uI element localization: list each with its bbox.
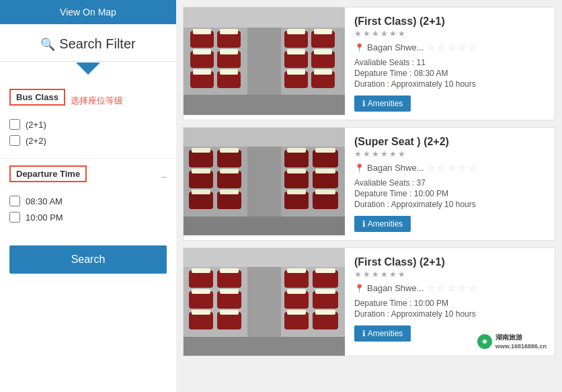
bus-stars-1: ★★★★★★ [354, 149, 545, 159]
watermark: 湖南旅游www.16816886.cn [473, 331, 551, 352]
svg-rect-55 [315, 190, 335, 194]
svg-rect-75 [220, 289, 239, 294]
svg-rect-48 [192, 190, 210, 194]
svg-rect-59 [247, 267, 281, 337]
svg-rect-45 [220, 148, 239, 153]
bus-class-option-1[interactable]: (2+2) [9, 135, 167, 146]
bus-departure-2: Depature Time : 10:00 PM [354, 299, 545, 308]
bus-star-rating-0: ☆ ☆ ☆ ☆ ☆ [427, 42, 477, 52]
svg-rect-23 [314, 29, 332, 34]
view-on-map-button[interactable]: View On Map [0, 0, 176, 24]
bus-location-0: 📍 Bagan Shwe... ☆ ☆ ☆ ☆ ☆ [354, 42, 545, 52]
location-icon-1: 📍 [354, 163, 364, 173]
bus-duration-1: Duration : Approximately 10 hours [354, 200, 545, 209]
svg-rect-72 [192, 268, 210, 273]
search-icon: 🔍 [40, 37, 55, 52]
bus-results: (First Class) (2+1) ★★★★★★ 📍 Bagan Shwe.… [176, 0, 562, 392]
bus-image-1 [184, 128, 345, 235]
svg-rect-58 [184, 337, 345, 356]
departure-time-checkbox-0[interactable] [9, 196, 20, 206]
location-icon-0: 📍 [354, 43, 364, 52]
svg-point-85 [483, 340, 487, 344]
bus-departure-1: Depature Time : 10:00 PM [354, 189, 545, 198]
search-filter-header: 🔍 Search Filter [0, 24, 176, 62]
svg-rect-1 [184, 7, 345, 28]
svg-rect-47 [220, 169, 239, 173]
svg-rect-50 [287, 148, 306, 153]
bus-card-2: (First Class) (2+1) ★★★★★★ 📍 Bagan Shwe.… [183, 247, 555, 356]
svg-rect-52 [287, 169, 306, 173]
svg-rect-82 [287, 310, 306, 315]
watermark-logo-icon [477, 334, 493, 350]
svg-rect-30 [184, 217, 345, 235]
bus-class-label: Bus Class [9, 89, 65, 106]
bus-location-text-1: Bagan Shwe... [367, 163, 424, 173]
bus-info-0: (First Class) (2+1) ★★★★★★ 📍 Bagan Shwe.… [345, 7, 555, 120]
bus-title-0: (First Class) (2+1) [354, 15, 545, 28]
bus-star-rating-1: ☆ ☆ ☆ ☆ ☆ [427, 163, 477, 173]
location-icon-2: 📍 [354, 284, 364, 293]
svg-rect-21 [220, 69, 238, 75]
bus-class-checkbox-0[interactable] [9, 119, 20, 130]
svg-rect-17 [220, 29, 238, 34]
bus-image-2 [184, 248, 345, 356]
departure-time-label: Departure Time [9, 165, 87, 182]
sidebar: View On Map 🔍 Search Filter Bus Class 选择… [0, 0, 176, 392]
svg-rect-22 [287, 29, 305, 34]
amenities-button-1[interactable]: ℹ Amenities [354, 216, 411, 232]
bus-title-1: (Super Seat ) (2+2) [354, 136, 545, 148]
bus-class-option-label-0: (2+1) [26, 120, 46, 130]
amenities-button-2[interactable]: ℹ Amenities [354, 325, 411, 342]
svg-rect-3 [247, 28, 281, 95]
svg-rect-31 [247, 147, 281, 217]
bus-class-section: Bus Class 选择座位等级 (2+1) (2+2) [0, 82, 176, 158]
svg-rect-53 [315, 169, 335, 173]
bus-duration-0: Duration : Approximately 10 hours [354, 79, 545, 89]
svg-rect-2 [184, 95, 345, 115]
svg-rect-73 [220, 268, 239, 273]
bus-info-1: (Super Seat ) (2+2) ★★★★★★ 📍 Bagan Shwe.… [345, 128, 555, 240]
amenities-button-0[interactable]: ℹ Amenities [354, 95, 411, 112]
svg-rect-44 [192, 148, 210, 153]
bus-title-2: (First Class) (2+1) [354, 256, 545, 268]
bus-card-1: (Super Seat ) (2+2) ★★★★★★ 📍 Bagan Shwe.… [183, 127, 555, 241]
search-filter-label: Search Filter [59, 36, 135, 52]
bus-card-0: (First Class) (2+1) ★★★★★★ 📍 Bagan Shwe.… [183, 7, 555, 120]
bus-duration-2: Duration : Approximately 10 hours [354, 309, 545, 319]
bus-stars-2: ★★★★★★ [354, 270, 545, 279]
departure-time-option-1[interactable]: 10:00 PM [9, 212, 167, 223]
bus-image-0 [184, 7, 345, 115]
svg-rect-80 [287, 289, 306, 294]
svg-rect-51 [315, 148, 335, 153]
bus-star-rating-2: ☆ ☆ ☆ ☆ ☆ [427, 283, 477, 293]
svg-rect-83 [315, 310, 335, 315]
bus-location-text-0: Bagan Shwe... [367, 42, 424, 52]
bus-class-checkbox-1[interactable] [9, 135, 20, 146]
svg-rect-77 [220, 310, 239, 315]
svg-rect-76 [192, 310, 210, 315]
svg-rect-16 [193, 29, 211, 34]
watermark-url: www.16816886.cn [495, 343, 547, 350]
svg-rect-29 [184, 128, 345, 147]
watermark-text: 湖南旅游www.16816886.cn [495, 333, 547, 350]
bus-location-2: 📍 Bagan Shwe... ☆ ☆ ☆ ☆ ☆ [354, 283, 545, 293]
svg-rect-19 [220, 49, 238, 54]
svg-rect-46 [192, 169, 210, 173]
bus-class-option-label-1: (2+2) [26, 136, 46, 146]
departure-time-option-0[interactable]: 08:30 AM [9, 196, 167, 206]
svg-rect-79 [315, 268, 335, 273]
departure-time-checkbox-1[interactable] [9, 212, 20, 223]
bus-location-1: 📍 Bagan Shwe... ☆ ☆ ☆ ☆ ☆ [354, 163, 545, 173]
svg-rect-81 [315, 289, 335, 294]
departure-time-label-1: 10:00 PM [26, 212, 63, 223]
svg-rect-57 [184, 248, 345, 267]
departure-collapse-icon[interactable]: − [161, 171, 167, 184]
svg-rect-26 [287, 69, 305, 75]
departure-time-label-0: 08:30 AM [26, 196, 63, 206]
svg-rect-78 [287, 268, 306, 273]
bus-seats-1: Avaliable Seats : 37 [354, 178, 545, 188]
bus-class-option-0[interactable]: (2+1) [9, 119, 167, 130]
bus-stars-0: ★★★★★★ [354, 29, 545, 38]
svg-rect-18 [193, 49, 211, 54]
search-button[interactable]: Search [9, 245, 167, 274]
